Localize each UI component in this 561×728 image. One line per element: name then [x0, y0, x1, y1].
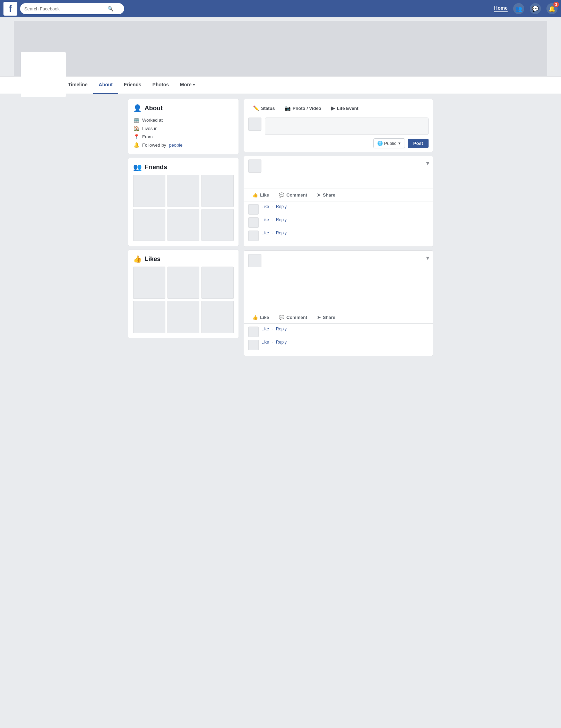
about-icon: 👤	[133, 104, 142, 112]
tab-timeline[interactable]: Timeline	[62, 77, 93, 94]
comment-1-like-link[interactable]: Like	[261, 204, 269, 209]
post-2-comments: Like · Reply Like · Reply	[244, 323, 433, 356]
friend-thumb-2[interactable]	[167, 175, 200, 207]
home-link[interactable]: Home	[494, 5, 508, 12]
friends-icon: 👥	[133, 163, 142, 171]
friend-thumb-6[interactable]	[201, 209, 234, 241]
like-icon: 👍	[252, 192, 258, 198]
post-button[interactable]: Post	[408, 139, 429, 148]
post-2-avatar[interactable]	[248, 254, 261, 267]
post-1-comment-button[interactable]: 💬 Comment	[274, 190, 312, 200]
like-thumb-5[interactable]	[167, 301, 200, 333]
navbar-right: Home 👥 💬 🔔 3	[494, 3, 558, 14]
search-input[interactable]	[24, 6, 107, 11]
comment-5-like-link[interactable]: Like	[261, 340, 269, 345]
comment-2-avatar	[248, 217, 259, 228]
work-icon: 🏢	[133, 117, 139, 123]
friend-thumb-3[interactable]	[201, 175, 234, 207]
comment-3-reply-link[interactable]: Reply	[276, 231, 287, 235]
profile-area	[0, 17, 561, 76]
composer-tabs: ✏️ Status 📷 Photo / Video ▶ Life Event	[248, 103, 429, 114]
post-2-comment-button[interactable]: 💬 Comment	[274, 313, 312, 322]
tab-photos[interactable]: Photos	[147, 77, 174, 94]
comment-4-reply-link[interactable]: Reply	[276, 327, 287, 331]
composer-body	[248, 118, 429, 135]
comment-2: Like · Reply	[248, 217, 429, 228]
comment-icon-2: 💬	[279, 315, 284, 320]
left-column: 👤 About 🏢 Worked at 🏠 Lives in 📍 From 🔔 …	[128, 99, 239, 356]
about-card: 👤 About 🏢 Worked at 🏠 Lives in 📍 From 🔔 …	[128, 99, 239, 154]
globe-icon: 🌐	[377, 141, 383, 146]
profile-section: Timeline About Friends Photos More ▼	[0, 17, 561, 94]
post-1-expand-icon[interactable]: ▾	[426, 159, 429, 167]
about-lives-in: 🏠 Lives in	[133, 124, 234, 132]
comment-2-reply-link[interactable]: Reply	[276, 217, 287, 222]
like-thumb-1[interactable]	[133, 267, 165, 299]
like-thumb-3[interactable]	[201, 267, 234, 299]
search-icon: 🔍	[107, 6, 113, 11]
profile-nav: Timeline About Friends Photos More ▼	[0, 76, 561, 94]
friend-thumb-5[interactable]	[167, 209, 200, 241]
search-bar[interactable]: 🔍	[20, 3, 124, 14]
comment-3-avatar	[248, 231, 259, 241]
post-1-comments: Like · Reply Like · Reply	[244, 201, 433, 246]
comment-1-meta: Like · Reply	[261, 204, 287, 209]
like-thumb-2[interactable]	[167, 267, 200, 299]
friends-card: 👥 Friends	[128, 158, 239, 246]
about-title: 👤 About	[133, 104, 234, 112]
post-2-like-button[interactable]: 👍 Like	[248, 313, 274, 322]
friends-grid	[133, 175, 234, 241]
comment-3-like-link[interactable]: Like	[261, 231, 269, 235]
comment-1-reply-link[interactable]: Reply	[276, 204, 287, 209]
composer-avatar	[248, 118, 261, 131]
comment-1-avatar	[248, 204, 259, 215]
post-1-avatar[interactable]	[248, 159, 261, 173]
composer-tab-status[interactable]: ✏️ Status	[248, 103, 280, 114]
about-followed-by: 🔔 Followed by people	[133, 141, 234, 149]
composer-tab-event[interactable]: ▶ Life Event	[326, 103, 363, 114]
notification-badge: 3	[553, 2, 559, 7]
post-2-expand-icon[interactable]: ▾	[426, 254, 429, 262]
main-content: 👤 About 🏢 Worked at 🏠 Lives in 📍 From 🔔 …	[114, 94, 447, 361]
public-button[interactable]: 🌐 Public ▼	[373, 138, 405, 148]
friend-requests-icon: 👥	[515, 6, 522, 12]
cover-photo	[14, 21, 547, 76]
friend-thumb-4[interactable]	[133, 209, 165, 241]
like-icon-2: 👍	[252, 315, 258, 320]
follow-icon: 🔔	[133, 142, 139, 148]
tab-more[interactable]: More ▼	[174, 77, 201, 94]
followed-by-link[interactable]: people	[169, 142, 182, 148]
share-icon: ➤	[317, 192, 321, 198]
comment-4-like-link[interactable]: Like	[261, 327, 269, 331]
comment-5-reply-link[interactable]: Reply	[276, 340, 287, 345]
facebook-logo[interactable]: f	[3, 2, 17, 16]
comment-5-meta: Like · Reply	[261, 340, 287, 345]
like-thumb-6[interactable]	[201, 301, 234, 333]
messages-button[interactable]: 💬	[530, 3, 541, 14]
comment-1: Like · Reply	[248, 204, 429, 215]
feed-post-1: ▾ 👍 Like 💬 Comment ➤ Share	[244, 156, 433, 247]
comment-5: Like · Reply	[248, 340, 429, 350]
composer-footer: 🌐 Public ▼ Post	[248, 138, 429, 148]
comment-2-like-link[interactable]: Like	[261, 217, 269, 222]
tab-friends[interactable]: Friends	[118, 77, 147, 94]
composer-input[interactable]	[265, 118, 429, 135]
comment-icon: 💬	[279, 192, 284, 198]
post-1-actions: 👍 Like 💬 Comment ➤ Share	[244, 189, 433, 201]
post-1-like-button[interactable]: 👍 Like	[248, 190, 274, 200]
comment-3-meta: Like · Reply	[261, 231, 287, 235]
post-2-share-button[interactable]: ➤ Share	[312, 313, 340, 322]
comment-4: Like · Reply	[248, 327, 429, 337]
notifications-button[interactable]: 🔔 3	[546, 3, 558, 14]
pencil-icon: ✏️	[253, 105, 259, 111]
post-1-share-button[interactable]: ➤ Share	[312, 190, 340, 200]
friends-title: 👥 Friends	[133, 163, 234, 171]
comment-4-avatar	[248, 327, 259, 337]
composer-tab-photo[interactable]: 📷 Photo / Video	[280, 103, 326, 114]
tab-about[interactable]: About	[93, 77, 118, 94]
navbar: f 🔍 Home 👥 💬 🔔 3	[0, 0, 561, 17]
friend-requests-button[interactable]: 👥	[513, 3, 524, 14]
comment-5-avatar	[248, 340, 259, 350]
like-thumb-4[interactable]	[133, 301, 165, 333]
friend-thumb-1[interactable]	[133, 175, 165, 207]
